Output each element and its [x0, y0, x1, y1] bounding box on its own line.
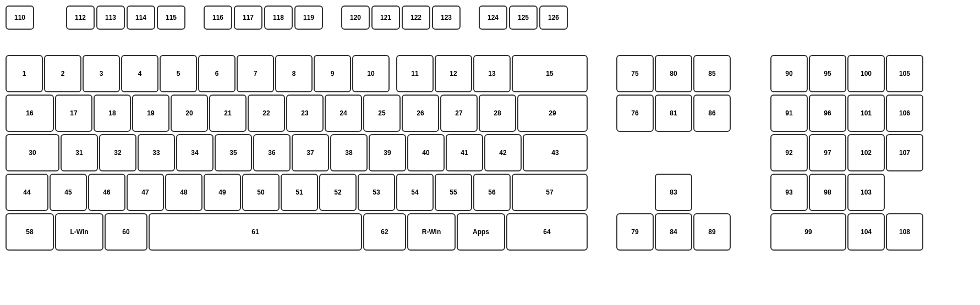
fn-key-118[interactable]: 118: [264, 5, 293, 30]
key-84[interactable]: 84: [655, 213, 692, 251]
key-105[interactable]: 105: [886, 55, 923, 92]
fn-key-125[interactable]: 125: [509, 5, 538, 30]
key-95[interactable]: 95: [809, 55, 846, 92]
key-9[interactable]: 9: [314, 55, 351, 92]
fn-key-113[interactable]: 113: [96, 5, 125, 30]
key-22[interactable]: 22: [248, 95, 285, 132]
key-102[interactable]: 102: [847, 134, 885, 171]
key-37[interactable]: 37: [292, 134, 329, 171]
key-51[interactable]: 51: [281, 174, 318, 211]
key-61[interactable]: 61: [149, 213, 362, 251]
key-89[interactable]: 89: [693, 213, 731, 251]
key-103[interactable]: 103: [847, 174, 885, 211]
key-16[interactable]: 16: [6, 95, 54, 132]
key-83[interactable]: 83: [655, 174, 692, 211]
key-79[interactable]: 79: [616, 213, 654, 251]
fn-key-121[interactable]: 121: [371, 5, 400, 30]
key-100[interactable]: 100: [847, 55, 885, 92]
key-20[interactable]: 20: [171, 95, 208, 132]
key-98[interactable]: 98: [809, 174, 846, 211]
key-52[interactable]: 52: [319, 174, 357, 211]
key-40[interactable]: 40: [407, 134, 445, 171]
key-42[interactable]: 42: [484, 134, 522, 171]
key-107[interactable]: 107: [886, 134, 923, 171]
fn-key-120[interactable]: 120: [341, 5, 370, 30]
key-81[interactable]: 81: [655, 95, 692, 132]
key-49[interactable]: 49: [204, 174, 241, 211]
key-80[interactable]: 80: [655, 55, 692, 92]
fn-key-115[interactable]: 115: [157, 5, 185, 30]
key-34[interactable]: 34: [176, 134, 213, 171]
key-28[interactable]: 28: [479, 95, 516, 132]
key-101[interactable]: 101: [847, 95, 885, 132]
key-30[interactable]: 30: [6, 134, 59, 171]
key-3[interactable]: 3: [83, 55, 120, 92]
key-58[interactable]: 58: [6, 213, 54, 251]
key-6[interactable]: 6: [198, 55, 236, 92]
key-54[interactable]: 54: [396, 174, 434, 211]
key-45[interactable]: 45: [50, 174, 87, 211]
fn-key-126[interactable]: 126: [539, 5, 568, 30]
key-R-Win[interactable]: R-Win: [407, 213, 456, 251]
key-1[interactable]: 1: [6, 55, 43, 92]
key-55[interactable]: 55: [435, 174, 472, 211]
key-57[interactable]: 57: [512, 174, 588, 211]
key-96[interactable]: 96: [809, 95, 846, 132]
key-33[interactable]: 33: [138, 134, 175, 171]
fn-key-110[interactable]: 110: [6, 5, 34, 30]
key-93[interactable]: 93: [770, 174, 808, 211]
key-48[interactable]: 48: [165, 174, 202, 211]
key-41[interactable]: 41: [446, 134, 483, 171]
fn-key-119[interactable]: 119: [294, 5, 323, 30]
key-36[interactable]: 36: [253, 134, 291, 171]
key-17[interactable]: 17: [55, 95, 92, 132]
key-2[interactable]: 2: [44, 55, 81, 92]
key-24[interactable]: 24: [325, 95, 362, 132]
key-4[interactable]: 4: [121, 55, 158, 92]
key-62[interactable]: 62: [363, 213, 406, 251]
fn-key-122[interactable]: 122: [402, 5, 430, 30]
key-12[interactable]: 12: [435, 55, 472, 92]
key-92[interactable]: 92: [770, 134, 808, 171]
key-47[interactable]: 47: [127, 174, 164, 211]
key-7[interactable]: 7: [237, 55, 274, 92]
key-106[interactable]: 106: [886, 95, 923, 132]
key-35[interactable]: 35: [215, 134, 252, 171]
fn-key-117[interactable]: 117: [234, 5, 262, 30]
key-10[interactable]: 10: [352, 55, 390, 92]
key-L-Win[interactable]: L-Win: [55, 213, 103, 251]
key-32[interactable]: 32: [99, 134, 136, 171]
key-99[interactable]: 99: [770, 213, 846, 251]
fn-key-124[interactable]: 124: [479, 5, 507, 30]
key-19[interactable]: 19: [132, 95, 169, 132]
key-85[interactable]: 85: [693, 55, 731, 92]
key-104[interactable]: 104: [847, 213, 885, 251]
key-39[interactable]: 39: [369, 134, 406, 171]
key-97[interactable]: 97: [809, 134, 846, 171]
fn-key-114[interactable]: 114: [127, 5, 155, 30]
key-38[interactable]: 38: [330, 134, 368, 171]
key-75[interactable]: 75: [616, 55, 654, 92]
key-13[interactable]: 13: [473, 55, 511, 92]
key-25[interactable]: 25: [363, 95, 401, 132]
key-46[interactable]: 46: [88, 174, 125, 211]
key-43[interactable]: 43: [523, 134, 588, 171]
key-86[interactable]: 86: [693, 95, 731, 132]
key-23[interactable]: 23: [286, 95, 324, 132]
key-21[interactable]: 21: [209, 95, 247, 132]
key-53[interactable]: 53: [358, 174, 395, 211]
key-18[interactable]: 18: [94, 95, 131, 132]
fn-key-123[interactable]: 123: [432, 5, 461, 30]
key-76[interactable]: 76: [616, 95, 654, 132]
key-90[interactable]: 90: [770, 55, 808, 92]
key-56[interactable]: 56: [473, 174, 511, 211]
key-91[interactable]: 91: [770, 95, 808, 132]
key-5[interactable]: 5: [160, 55, 197, 92]
key-60[interactable]: 60: [105, 213, 147, 251]
key-Apps[interactable]: Apps: [457, 213, 505, 251]
key-11[interactable]: 11: [396, 55, 434, 92]
key-50[interactable]: 50: [242, 174, 280, 211]
key-31[interactable]: 31: [61, 134, 98, 171]
fn-key-112[interactable]: 112: [66, 5, 95, 30]
key-108[interactable]: 108: [886, 213, 923, 251]
